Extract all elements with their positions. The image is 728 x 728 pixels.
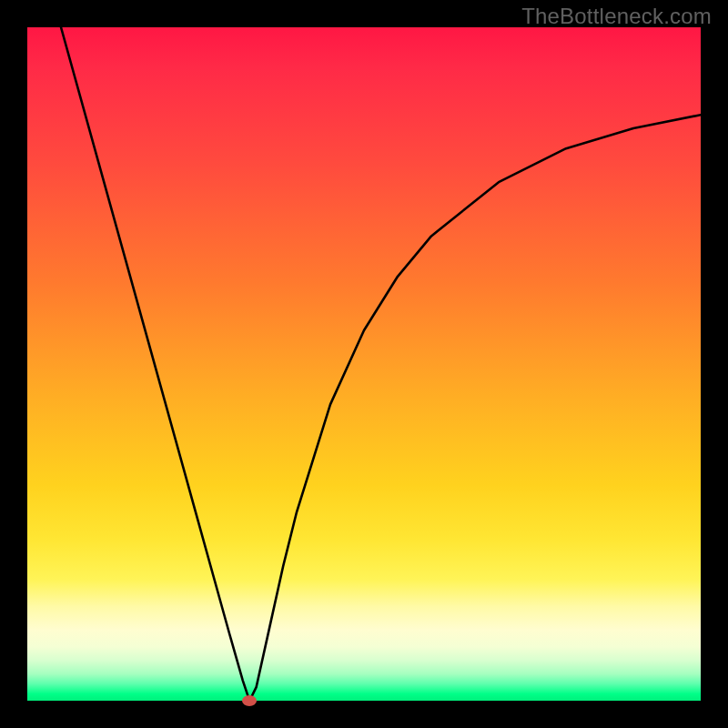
bottleneck-curve [27, 27, 701, 701]
plot-area [27, 27, 701, 701]
chart-frame: TheBottleneck.com [0, 0, 728, 728]
minimum-marker [242, 695, 257, 706]
watermark-text: TheBottleneck.com [521, 4, 712, 29]
curve-path [61, 27, 701, 701]
